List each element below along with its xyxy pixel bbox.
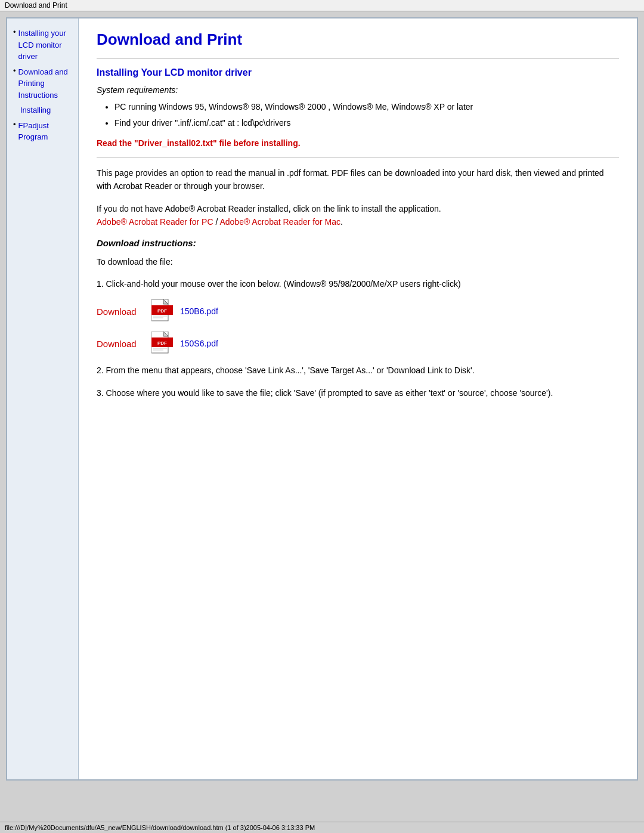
sidebar-link-installing[interactable]: Installing	[13, 104, 51, 116]
link-separator: /	[213, 217, 220, 227]
download-label-2[interactable]: Download	[97, 339, 144, 349]
download-row-1: Download PDF 150B6.pdf	[97, 299, 619, 323]
step-2-text: 2. From the menu that appears, choose 'S…	[97, 364, 619, 377]
sidebar-bullet-2: •	[13, 66, 16, 101]
sidebar: • Installing your LCD monitor driver • D…	[7, 18, 79, 779]
pdf-icon-1: PDF	[151, 299, 173, 323]
warning-text: Read the "Driver_install02.txt" file bef…	[97, 138, 619, 148]
divider-1	[97, 58, 619, 58]
sidebar-item-download-print[interactable]: • Download and Printing Instructions	[13, 66, 72, 101]
paragraph-1: This page provides an option to read the…	[97, 166, 619, 193]
requirements-list: PC running Windows 95, Windows® 98, Wind…	[114, 101, 619, 129]
main-frame: • Installing your LCD monitor driver • D…	[6, 17, 638, 781]
acrobat-pc-link[interactable]: Adobe® Acrobat Reader for PC	[97, 217, 213, 227]
svg-text:PDF: PDF	[157, 340, 167, 346]
sidebar-item-fpadjust[interactable]: • FPadjust Program	[13, 120, 72, 143]
svg-text:PDF: PDF	[157, 308, 167, 314]
pdf-link-1[interactable]: 150B6.pdf	[180, 306, 218, 316]
sidebar-bullet-3: •	[13, 120, 16, 143]
step-1-text: 1. Click-and-hold your mouse over the ic…	[97, 277, 619, 290]
req-item-1: PC running Windows 95, Windows® 98, Wind…	[114, 101, 619, 113]
section-heading: Installing Your LCD monitor driver	[97, 67, 619, 78]
sidebar-item-installing[interactable]: Installing	[13, 104, 72, 116]
system-req-label: System requirements:	[97, 85, 619, 95]
title-bar: Download and Print	[0, 0, 644, 11]
period: .	[340, 217, 343, 227]
paragraph-2-prefix: If you do not have Adobe® Acrobat Reader…	[97, 204, 441, 213]
pdf-icon-2: PDF	[151, 332, 173, 355]
page-wrapper: • Installing your LCD monitor driver • D…	[0, 11, 644, 820]
download-row-2: Download PDF 150S6.pdf	[97, 332, 619, 355]
page-title: Download and Print	[97, 30, 619, 49]
sidebar-link-download-print[interactable]: Download and Printing Instructions	[18, 66, 72, 101]
to-download-text: To download the file:	[97, 255, 619, 268]
paragraph-2: If you do not have Adobe® Acrobat Reader…	[97, 202, 619, 229]
sidebar-link-installing-lcd[interactable]: Installing your LCD monitor driver	[18, 27, 72, 63]
acrobat-mac-link[interactable]: Adobe® Acrobat Reader for Mac	[219, 217, 340, 227]
sidebar-item-installing-lcd[interactable]: • Installing your LCD monitor driver	[13, 27, 72, 63]
content-area: Download and Print Installing Your LCD m…	[79, 18, 637, 779]
divider-2	[97, 157, 619, 157]
download-label-1[interactable]: Download	[97, 306, 144, 317]
step-3-text: 3. Choose where you would like to save t…	[97, 386, 619, 400]
download-instructions-heading: Download instructions:	[97, 238, 619, 248]
sidebar-link-fpadjust[interactable]: FPadjust Program	[18, 120, 72, 143]
req-item-2: Find your driver ".inf/.icm/.cat" at : l…	[114, 117, 619, 129]
pdf-link-2[interactable]: 150S6.pdf	[180, 339, 218, 348]
sidebar-bullet-1: •	[13, 27, 16, 63]
title-bar-text: Download and Print	[5, 1, 67, 10]
